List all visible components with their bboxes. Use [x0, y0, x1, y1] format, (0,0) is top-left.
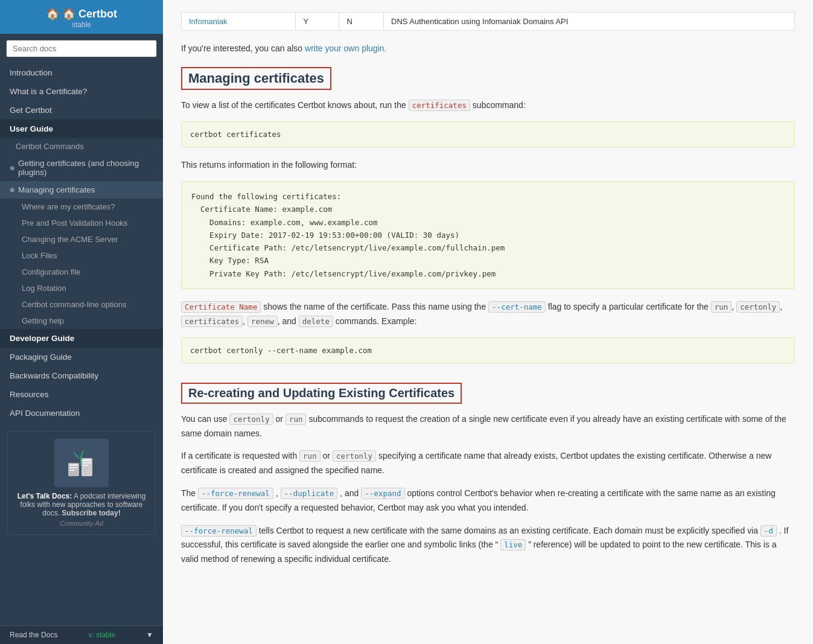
- desc-cell: DNS Authentication using Infomaniak Doma…: [384, 13, 795, 31]
- return-text: This returns information in the followin…: [181, 158, 795, 173]
- cert-output-block: Found the following certificates: Certif…: [181, 181, 795, 289]
- example-cmd-block: certbot certonly --cert-name example.com: [181, 337, 795, 363]
- expand-icon-managing: ⊕: [10, 187, 14, 193]
- sidebar: 🏠 🏠 Certbot stable Introduction What is …: [0, 0, 163, 644]
- certificates-code: certificates: [409, 100, 470, 111]
- duplicate-inline: --duplicate: [281, 488, 338, 499]
- para4: --force-renewal tells Certbot to request…: [181, 524, 795, 567]
- home-icon: 🏠: [46, 8, 59, 20]
- cert-name-flag-code: --cert-name: [488, 301, 546, 313]
- sidebar-item-get-certbot[interactable]: Get Certbot: [0, 101, 163, 120]
- ad-text: Let's Talk Docs: A podcast interviewing …: [15, 492, 148, 517]
- sidebar-item-pre-post[interactable]: Pre and Post Validation Hooks: [0, 215, 163, 231]
- certbot-certificates-block: certbot certificates: [181, 121, 795, 147]
- certonly2-inline: certonly: [333, 450, 376, 462]
- renew-code: renew: [247, 316, 278, 327]
- section1-intro: To view a list of the certificates Certb…: [181, 98, 795, 113]
- svg-rect-1: [69, 464, 78, 466]
- force-renewal-inline: --force-renewal: [198, 488, 273, 499]
- logo: 🏠 🏠 Certbot: [10, 7, 153, 21]
- table-row: Infomaniak Y N DNS Authentication using …: [182, 13, 795, 31]
- plugin-intro-text: If you're interested, you can also write…: [181, 42, 795, 55]
- para2: If a certificate is requested with run o…: [181, 449, 795, 478]
- sidebar-item-changing-acme[interactable]: Changing the ACME Server: [0, 231, 163, 247]
- main-content: Infomaniak Y N DNS Authentication using …: [163, 0, 813, 644]
- svg-rect-6: [83, 462, 91, 464]
- sidebar-item-getting-certs[interactable]: ⊕ Getting certificates (and choosing plu…: [0, 155, 163, 181]
- expand-icon: ⊕: [10, 165, 14, 171]
- search-input[interactable]: [6, 40, 157, 57]
- delete-code: delete: [299, 316, 333, 327]
- svg-rect-7: [83, 465, 89, 466]
- certonly-code: certonly: [736, 301, 780, 313]
- infomaniak-link[interactable]: Infomaniak: [189, 17, 228, 26]
- sidebar-item-certbot-cmdline[interactable]: Certbot command-line options: [0, 296, 163, 313]
- sidebar-item-certbot-commands[interactable]: Certbot Commands: [0, 138, 163, 155]
- managing-certs-heading: Managing certificates: [181, 67, 331, 90]
- svg-rect-3: [69, 470, 75, 471]
- para3: The --force-renewal , --duplicate , and …: [181, 486, 795, 515]
- version-label: stable: [10, 21, 153, 29]
- sidebar-item-introduction[interactable]: Introduction: [0, 63, 163, 82]
- sidebar-item-where-certs[interactable]: Where are my certificates?: [0, 199, 163, 215]
- run-code: run: [711, 301, 732, 313]
- cert-name-note: Certificate Name shows the name of the c…: [181, 300, 795, 329]
- sidebar-item-packaging-guide[interactable]: Packaging Guide: [0, 348, 163, 366]
- managing-certs-section: Managing certificates To view a list of …: [181, 65, 795, 363]
- para1: You can use certonly or run subcommands …: [181, 412, 795, 441]
- sidebar-bottom: Read the Docs v: stable ▼: [0, 625, 163, 644]
- force-renewal-inline2: --force-renewal: [181, 525, 257, 537]
- sidebar-item-what-is-cert[interactable]: What is a Certificate?: [0, 82, 163, 101]
- expand-inline: --expand: [361, 488, 404, 499]
- search-box-wrapper: [0, 34, 163, 63]
- inst-cell: N: [339, 13, 384, 31]
- cert-name-code: Certificate Name: [181, 301, 261, 313]
- sidebar-item-config-file[interactable]: Configuration file: [0, 264, 163, 280]
- chevron-down-icon: ▼: [146, 631, 153, 639]
- sidebar-header: 🏠 🏠 Certbot stable: [0, 0, 163, 34]
- sidebar-item-user-guide[interactable]: User Guide: [0, 120, 163, 138]
- svg-rect-5: [83, 459, 91, 461]
- svg-rect-2: [69, 467, 78, 468]
- ad-label: Community Ad: [15, 520, 148, 527]
- write-own-plugin-link[interactable]: write your own plugin.: [305, 43, 386, 53]
- sidebar-item-resources[interactable]: Resources: [0, 385, 163, 404]
- sidebar-item-developer-guide[interactable]: Developer Guide: [0, 329, 163, 348]
- live-inline: live: [500, 539, 526, 550]
- recreating-heading: Re-creating and Updating Existing Certif…: [181, 383, 462, 404]
- auth-cell: Y: [296, 13, 339, 31]
- certificates-code2: certificates: [181, 316, 243, 327]
- plugin-table: Infomaniak Y N DNS Authentication using …: [181, 12, 795, 31]
- certonly-inline: certonly: [229, 413, 273, 425]
- ad-icon: [63, 445, 100, 481]
- sidebar-item-managing-certs[interactable]: ⊕ Managing certificates: [0, 181, 163, 199]
- nav-section: Introduction What is a Certificate? Get …: [0, 63, 163, 422]
- sidebar-item-lock-files[interactable]: Lock Files: [0, 247, 163, 264]
- read-docs-label: Read the Docs: [10, 631, 57, 639]
- sidebar-item-log-rotation[interactable]: Log Rotation: [0, 280, 163, 296]
- run-inline: run: [285, 413, 307, 425]
- recreating-section: Re-creating and Updating Existing Certif…: [181, 374, 795, 567]
- sidebar-item-getting-help[interactable]: Getting help: [0, 313, 163, 329]
- d-flag-inline: -d: [760, 525, 777, 537]
- version-badge: v: stable: [88, 631, 115, 639]
- ad-image: [54, 439, 109, 487]
- sidebar-item-backwards-compat[interactable]: Backwards Compatibility: [0, 366, 163, 385]
- run2-inline: run: [299, 450, 320, 462]
- community-ad: Let's Talk Docs: A podcast interviewing …: [7, 431, 156, 535]
- sidebar-item-api-docs[interactable]: API Documentation: [0, 404, 163, 422]
- plugin-name-cell: Infomaniak: [182, 13, 296, 31]
